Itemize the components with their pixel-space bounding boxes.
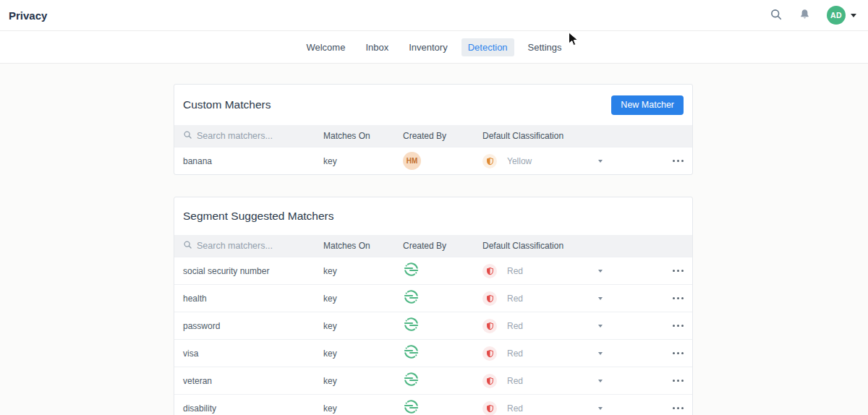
classification-select[interactable]: Red [482, 264, 605, 278]
classification-select[interactable]: Red [482, 291, 605, 306]
classification-value: Red [507, 403, 523, 414]
classification-value: Yellow [507, 156, 532, 166]
chevron-down-icon[interactable] [598, 160, 603, 163]
search-matchers-input[interactable] [197, 241, 305, 251]
table-row: banana key HM Yellow [174, 147, 692, 174]
matches-on-value: key [323, 321, 403, 331]
column-matches-on: Matches On [323, 241, 403, 251]
segment-icon [403, 322, 420, 335]
table-row: health key Red [174, 284, 692, 312]
classification-select[interactable]: Red [482, 319, 605, 333]
table-row: social security number key [174, 257, 692, 284]
matches-on-value: key [323, 156, 403, 166]
segment-icon [403, 268, 420, 280]
matcher-name: veteran [183, 376, 323, 386]
matches-on-value: key [323, 348, 403, 359]
search-matchers-input[interactable] [197, 131, 305, 141]
classification-select[interactable]: Red [482, 346, 605, 361]
search-button[interactable] [770, 8, 783, 23]
tab-inbox[interactable]: Inbox [359, 38, 395, 56]
table-row: visa key Red [174, 339, 692, 367]
suggested-matchers-table-header: Matches On Created By Default Classifica… [174, 235, 692, 257]
row-menu-button[interactable] [673, 404, 684, 413]
topbar: Privacy AD [0, 0, 868, 31]
suggested-matchers-header: Segment Suggested Matchers [174, 197, 692, 235]
custom-matchers-table-header: Matches On Created By Default Classifica… [174, 125, 692, 147]
suggested-matchers-panel: Segment Suggested Matchers Matches On Cr… [174, 197, 693, 415]
column-default-classification: Default Classification [482, 131, 605, 141]
table-row: veteran key Red [174, 367, 692, 394]
bell-icon [799, 8, 811, 23]
column-matches-on: Matches On [323, 131, 403, 141]
shield-icon [482, 374, 497, 388]
search-icon [183, 239, 192, 252]
custom-matchers-header: Custom Matchers New Matcher [174, 85, 692, 125]
topbar-actions: AD [770, 6, 856, 25]
shield-icon [482, 264, 497, 278]
shield-icon [482, 401, 497, 415]
matches-on-value: key [323, 376, 403, 386]
panel-title: Segment Suggested Matchers [183, 210, 334, 223]
tab-welcome[interactable]: Welcome [299, 38, 352, 56]
chevron-down-icon[interactable] [598, 352, 603, 355]
matcher-name: health [183, 294, 323, 304]
search-icon [183, 129, 192, 142]
classification-select[interactable]: Red [482, 401, 605, 415]
shield-icon [482, 291, 497, 306]
tab-settings[interactable]: Settings [522, 38, 569, 56]
custom-matchers-panel: Custom Matchers New Matcher Matches On C… [174, 84, 693, 175]
app-title: Privacy [9, 9, 47, 22]
chevron-down-icon[interactable] [598, 380, 603, 382]
notifications-button[interactable] [799, 8, 811, 23]
row-menu-button[interactable] [673, 349, 684, 358]
detection-content: Custom Matchers New Matcher Matches On C… [174, 84, 693, 415]
row-menu-button[interactable] [673, 157, 684, 166]
shield-icon [482, 319, 497, 333]
user-avatar[interactable]: AD [827, 6, 846, 25]
chevron-down-icon[interactable] [598, 270, 603, 273]
chevron-down-icon[interactable] [598, 297, 603, 300]
segment-icon [403, 405, 420, 415]
classification-value: Red [507, 321, 523, 331]
matches-on-value: key [323, 266, 403, 276]
classification-value: Red [507, 348, 523, 359]
matcher-name: social security number [183, 266, 323, 276]
table-row: disability key Red [174, 394, 692, 415]
column-created-by: Created By [403, 131, 482, 141]
matcher-name: visa [183, 348, 323, 359]
new-matcher-button[interactable]: New Matcher [611, 95, 684, 115]
matcher-name: password [183, 321, 323, 331]
matcher-name: disability [183, 403, 323, 414]
chevron-down-icon[interactable] [851, 14, 856, 17]
column-default-classification: Default Classification [482, 241, 605, 251]
search-icon [770, 8, 783, 23]
classification-value: Red [507, 266, 523, 276]
tab-detection[interactable]: Detection [461, 38, 514, 56]
matcher-search [183, 239, 323, 252]
chevron-down-icon[interactable] [598, 407, 603, 410]
main-nav: Welcome Inbox Inventory Detection Settin… [0, 31, 868, 64]
matches-on-value: key [323, 294, 403, 304]
classification-select[interactable]: Red [482, 374, 605, 388]
chevron-down-icon[interactable] [598, 325, 603, 328]
row-menu-button[interactable] [673, 294, 684, 303]
shield-icon [482, 154, 497, 168]
panel-title: Custom Matchers [183, 98, 271, 111]
shield-icon [482, 346, 497, 361]
segment-icon [403, 377, 420, 390]
classification-select[interactable]: Yellow [482, 154, 605, 168]
segment-icon [403, 295, 420, 307]
classification-value: Red [507, 294, 523, 304]
table-row: password key Red [174, 312, 692, 339]
classification-value: Red [507, 376, 523, 386]
column-created-by: Created By [403, 241, 482, 251]
creator-avatar: HM [403, 152, 421, 170]
matcher-search [183, 129, 323, 142]
matcher-name: banana [183, 156, 323, 166]
row-menu-button[interactable] [673, 322, 684, 330]
segment-icon [403, 350, 420, 362]
user-menu[interactable]: AD [827, 6, 856, 25]
tab-inventory[interactable]: Inventory [402, 38, 454, 56]
row-menu-button[interactable] [673, 377, 684, 385]
row-menu-button[interactable] [673, 267, 684, 275]
